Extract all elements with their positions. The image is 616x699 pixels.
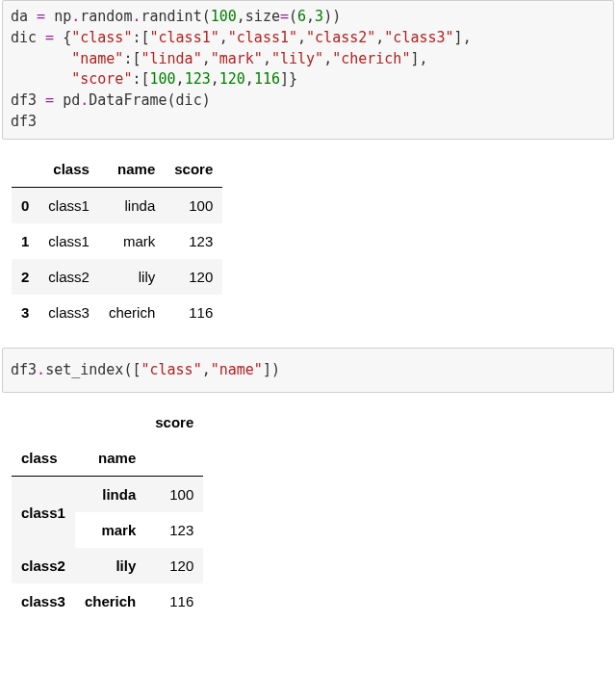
code-token: dic (176, 91, 202, 109)
code-token: "score" (71, 70, 132, 88)
code-token: 100 (150, 70, 176, 88)
index-level1: mark (75, 512, 145, 548)
code-token: , (176, 70, 185, 88)
code-token: . (37, 361, 45, 378)
code-token: , (211, 70, 219, 88)
code-token: { (63, 29, 71, 46)
cell-name: linda (99, 187, 165, 223)
code-token: 6 (297, 8, 306, 25)
table-row: 3 class3 cherich 116 (12, 295, 222, 330)
code-token: , (237, 8, 245, 25)
code-token: df3 (11, 361, 37, 378)
dataframe-table: class name score 0 class1 linda 100 1 cl… (12, 151, 222, 330)
code-token: ] (263, 361, 271, 378)
index-level0: class3 (12, 583, 75, 619)
dataframe-multiindex-table: score class name class1 linda 100 mark 1… (12, 404, 203, 619)
cell-class: class1 (38, 187, 99, 223)
index-level1: lily (75, 548, 145, 583)
code-token: 120 (219, 70, 245, 88)
table-row: 0 class1 linda 100 (12, 187, 222, 223)
table-row: 1 class1 mark 123 (12, 223, 222, 259)
code-token: , (306, 8, 315, 25)
code-token: , (375, 29, 384, 46)
code-token: "class1" (150, 29, 219, 46)
code-token: 3 (315, 8, 323, 25)
code-token: size (245, 8, 280, 25)
row-index: 0 (12, 187, 38, 223)
code-token: . (71, 8, 80, 25)
code-token: , (263, 50, 271, 67)
table-row: class3 cherich 116 (12, 583, 203, 619)
code-cell-1: da = np.random.randint(100,size=(6,3)) d… (2, 0, 614, 140)
code-token: 116 (254, 70, 280, 88)
code-token: "class" (141, 361, 201, 378)
code-token: = (280, 8, 289, 25)
code-token: set_index (45, 361, 123, 378)
cell-name: cherich (99, 295, 165, 330)
code-token: "name" (211, 361, 263, 378)
code-token: ] (454, 29, 463, 46)
table-row: class1 linda 100 (12, 477, 203, 513)
table-header-blank (12, 404, 75, 440)
code-token: . (80, 91, 89, 109)
code-token: randint (141, 8, 201, 25)
table-row: class2 lily 120 (12, 548, 203, 583)
cell-score: 120 (145, 548, 203, 583)
cell-score: 123 (145, 512, 203, 548)
cell-score: 123 (165, 223, 222, 259)
code-token: , (463, 29, 472, 46)
code-token (11, 70, 71, 88)
code-token: , (245, 70, 254, 88)
code-token: "class3" (384, 29, 453, 46)
cell-name: lily (99, 259, 165, 295)
code-token: "cherich" (332, 50, 410, 67)
code-token: "class2" (306, 29, 375, 46)
code-token: ( (202, 8, 211, 25)
code-token: pd (63, 91, 80, 109)
code-token: } (289, 70, 297, 88)
cell-score: 100 (145, 477, 203, 513)
code-token: dic (11, 29, 37, 46)
code-token: ) (271, 361, 280, 378)
index-level1: cherich (75, 583, 145, 619)
cell-score: 120 (165, 259, 222, 295)
code-token: , (202, 361, 211, 378)
row-index: 2 (12, 259, 38, 295)
code-token: , (323, 50, 332, 67)
code-token: , (219, 29, 228, 46)
code-token: ] (280, 70, 289, 88)
index-level1: linda (75, 477, 145, 513)
code-token: df3 (11, 113, 37, 130)
code-token: np (54, 8, 71, 25)
cell-class: class3 (38, 295, 99, 330)
index-level0: class2 (12, 548, 75, 583)
table-header-name: name (99, 151, 165, 188)
code-token: , (297, 29, 306, 46)
row-index: 1 (12, 223, 38, 259)
code-token: ) (323, 8, 332, 25)
table-header-score: score (145, 404, 203, 440)
index-name-class: class (12, 440, 75, 477)
cell-name: mark (99, 223, 165, 259)
output-dataframe-2: score class name class1 linda 100 mark 1… (0, 404, 616, 636)
cell-class: class2 (38, 259, 99, 295)
code-token: , (202, 50, 211, 67)
code-token: , (419, 50, 427, 67)
code-token: ) (202, 91, 211, 109)
code-token: 100 (211, 8, 237, 25)
code-token: ( (289, 8, 297, 25)
code-token: "lily" (271, 50, 323, 67)
output-dataframe-1: class name score 0 class1 linda 100 1 cl… (0, 151, 616, 348)
code-token: "linda" (141, 50, 201, 67)
table-header-blank (145, 440, 203, 477)
code-token (11, 50, 71, 67)
table-header-class: class (38, 151, 99, 188)
code-token: da (11, 8, 28, 25)
code-token: "name" (71, 50, 123, 67)
code-token: = (37, 91, 63, 109)
code-token: random (80, 8, 132, 25)
code-token: ) (332, 8, 341, 25)
table-header-blank (75, 404, 145, 440)
index-level0: class1 (12, 477, 75, 549)
code-token: DataFrame (89, 91, 167, 109)
